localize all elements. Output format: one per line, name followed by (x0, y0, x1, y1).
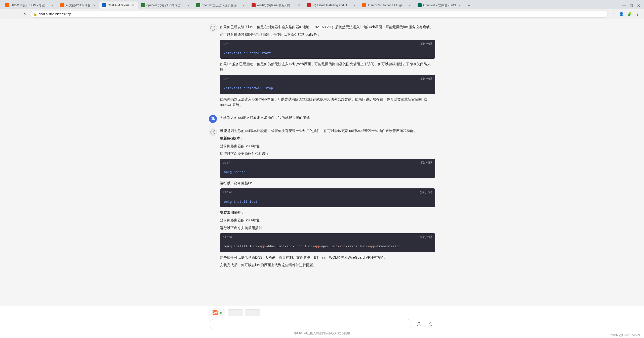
nav-bar: ← → ↻ 🔒 chat.aistar.ink/desktop ☆ 👤 🧩 ⋮ (0, 9, 644, 19)
refresh-button[interactable] (426, 320, 435, 329)
tab-label-7: (8) Latest Installing and Using… (312, 4, 351, 7)
tab-win10-telnet[interactable]: win10安装telnet教程 - 腾讯新… ✕ (249, 2, 304, 9)
svg-point-6 (418, 322, 420, 324)
copy-btn-5[interactable]: 复制代码 (420, 235, 432, 240)
code-line-4: opkg install luci (224, 200, 257, 204)
tab-favicon-1 (5, 3, 9, 7)
close-button[interactable]: ✕ (635, 2, 642, 9)
tab-favicon-8 (362, 3, 366, 7)
code-lang-1: awk (223, 42, 228, 46)
tab-close-7[interactable]: ✕ (352, 3, 356, 7)
code-line-2: /etc/init.d/firewall stop (224, 86, 273, 90)
code-lang-5: stata (223, 235, 232, 240)
copy-btn-1[interactable]: 复制代码 (420, 42, 432, 46)
tab-label-9: OpenWrt - 软件包 - LuCI (423, 3, 456, 8)
tab-close-8[interactable]: ✕ (408, 3, 412, 7)
tab-latest-install[interactable]: (8) Latest Installing and Using… ✕ (304, 2, 359, 9)
tab-bar: (106条消息) CSDN - 专业开发… ✕ 可文案-CSDN博客 ✕ Cha… (0, 0, 644, 9)
copy-btn-4[interactable]: 复制代码 (420, 190, 432, 195)
browser-chrome: (106条消息) CSDN - 专业开发… ✕ 可文案-CSDN博客 ✕ Cha… (0, 0, 644, 19)
notice-icon: 公告 (213, 310, 218, 315)
attachment-btn[interactable] (228, 309, 243, 316)
forward-button[interactable]: → (12, 11, 19, 18)
ai-message-content-2: 可能是因为你的luci版本比较老，或者你没有安装一些常用的插件。你可以尝试更新l… (220, 128, 435, 270)
tab-csdn-blog[interactable]: 可文案-CSDN博客 ✕ (57, 2, 99, 9)
back-button[interactable]: ← (3, 11, 10, 18)
ai-msg2-step4: 登录到路由器的SSH终端。 (220, 217, 435, 223)
chat-input[interactable] (209, 319, 412, 329)
ai-msg2-section1-title: 更新luci版本： (220, 136, 435, 141)
input-row (209, 319, 435, 329)
extensions-button[interactable]: 🧩 (626, 11, 633, 18)
reload-button[interactable]: ↻ (21, 11, 28, 18)
code-body-1: /etc/init.d/uhttpd start (220, 48, 435, 59)
lock-icon: 🔒 (33, 12, 37, 16)
maximize-button[interactable]: □ (628, 2, 635, 9)
ai-message-content-1: 如果你已经安装了luci，但是在浏览器中输入路由器IP地址（192.168.2.… (220, 24, 435, 110)
ai-msg2-step2: 运行以下命令更新软件包列表： (220, 151, 435, 156)
code-lang-3: ebmf (223, 160, 230, 165)
tab-close-9[interactable]: ✕ (458, 3, 462, 7)
ai-msg2-end1: 这些插件可以提供动态DNS、UPnP、流量控制、文件共享、BT下载、WOL唤醒和… (220, 255, 435, 260)
svg-point-0 (211, 26, 215, 30)
profile-button[interactable]: 👤 (618, 11, 625, 18)
ai-msg2-step3: 运行以下命令更新luci： (220, 180, 435, 186)
user-profile-button[interactable] (415, 320, 424, 329)
svg-point-1 (212, 28, 213, 28)
tab-close-5[interactable]: ✕ (242, 3, 246, 7)
footer-credit: CSDN @HunoChen99 (610, 333, 640, 337)
tab-close-1[interactable]: ✕ (50, 3, 54, 7)
tab-favicon-5 (196, 3, 200, 7)
bookmark-star-button[interactable]: ☆ (610, 11, 617, 18)
tab-close-2[interactable]: ✕ (92, 3, 96, 7)
ai-msg2-end2: 安装完成后，你可以在luci的界面上找到这些插件并进行配置。 (220, 262, 435, 268)
svg-point-3 (211, 130, 215, 134)
tab-label-6: win10安装telnet教程 - 腾讯新… (257, 3, 295, 8)
user-avatar-1: 我 (209, 115, 217, 123)
ai-msg2-step1: 登录到路由器的SSH终端。 (220, 143, 435, 149)
tab-label-5: openwrt怎么进入面页界面_面… (202, 3, 240, 8)
tab-favicon-9 (418, 3, 422, 7)
code-body-4: opkg install luci (220, 196, 435, 208)
footer-note: 本Chat AI已接入腾讯内容审核,可放心使用 (294, 331, 350, 335)
tab-favicon-4 (141, 3, 145, 7)
address-bar[interactable]: 🔒 chat.aistar.ink/desktop (30, 11, 608, 18)
tab-openwrt-luci[interactable]: openwrt 安装了luci如何进入… ✕ (138, 2, 193, 9)
code-header-3: ebmf 复制代码 (220, 159, 435, 167)
code-body-5: opkg install luci-app-ddns luci-app-upnp… (220, 241, 435, 252)
code-body-3: opkg update (220, 167, 435, 178)
menu-button[interactable]: ⋮ (634, 11, 641, 18)
code-body-2: /etc/init.d/firewall stop (220, 83, 435, 94)
tab-favicon-6 (252, 3, 256, 7)
ai-avatar-1 (209, 24, 217, 32)
code-lang-4: cmake (223, 190, 232, 195)
code-line-3: opkg update (224, 170, 246, 174)
code-lang-2: awk (223, 77, 228, 81)
tab-close-6[interactable]: ✕ (297, 3, 301, 7)
copy-btn-3[interactable]: 复制代码 (420, 160, 432, 165)
ai-msg1-para4: 如果你仍然无法进入luci的web界面，可以尝试清除浏览器缓存或使用其他浏览器尝… (220, 96, 435, 108)
tab-chat-ai[interactable]: Chat AI 4.0 Plus ✕ (99, 2, 138, 9)
tab-label-8: Xiaomi Mi Router 4A Gigabit … (368, 4, 406, 7)
tab-close-3[interactable]: ✕ (131, 3, 135, 7)
attachment-btn-2[interactable] (245, 309, 260, 316)
bottom-notice[interactable]: 公告 (209, 309, 225, 317)
tab-openwrt-pkg[interactable]: OpenWrt - 软件包 - LuCI ✕ (415, 2, 464, 9)
tab-close-4[interactable]: ✕ (186, 3, 190, 7)
chat-area: 如果你已经安装了luci，但是在浏览器中输入路由器IP地址（192.168.2.… (0, 19, 644, 306)
nav-actions: ☆ 👤 🧩 ⋮ (610, 11, 641, 18)
code-line-1: /etc/init.d/uhttpd start (224, 51, 271, 55)
ai-message-2: 可能是因为你的luci版本比较老，或者你没有安装一些常用的插件。你可以尝试更新l… (209, 128, 435, 270)
user-message-1: 我 为啥别人的luci那么好看那么多插件，我的就很古老的感觉 (209, 115, 435, 123)
tab-xiaomi-router[interactable]: Xiaomi Mi Router 4A Gigabit … ✕ (359, 2, 415, 9)
tab-csdn-msg[interactable]: (106条消息) CSDN - 专业开发… ✕ (2, 2, 57, 9)
svg-point-2 (213, 28, 214, 28)
tab-openwrt-web[interactable]: openwrt怎么进入面页界面_面… ✕ (193, 2, 249, 9)
copy-btn-2[interactable]: 复制代码 (420, 77, 432, 81)
svg-point-4 (212, 131, 213, 132)
tab-label-2: 可文案-CSDN博客 (66, 3, 91, 8)
ai-msg1-para3: 如果luci服务已经启动，但是你仍然无法进入luci的web界面，可能是因为路由… (220, 61, 435, 73)
minimize-button[interactable]: — (621, 2, 628, 9)
new-tab-button[interactable]: + (466, 2, 473, 9)
tab-favicon-2 (60, 3, 64, 7)
